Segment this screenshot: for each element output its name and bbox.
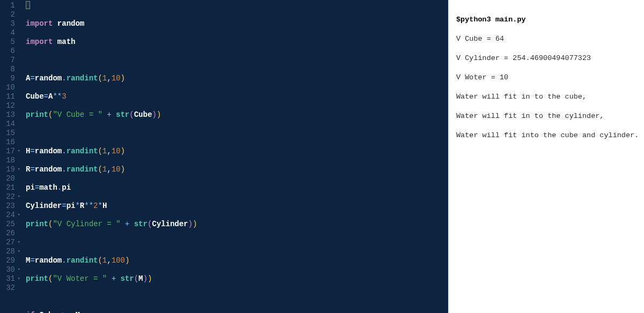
line-number: 31▾ (0, 274, 15, 284)
line-number: 11 (0, 92, 15, 101)
terminal-output-pane[interactable]: $python3 main.py V Cube = 64 V Cylinder … (448, 0, 644, 313)
output-line: Water will fit in to the cube, (456, 92, 639, 102)
line-number: 13 (0, 110, 15, 120)
line-number: 23 (0, 202, 15, 211)
line-number: 5 (0, 38, 15, 47)
line-number: 15 (0, 129, 15, 138)
line-number: 18 (0, 156, 15, 165)
line-number: 7 (0, 56, 15, 65)
line-number: 17▾ (0, 147, 15, 156)
line-number: 16 (0, 138, 15, 147)
code-area[interactable]: import random import math A=random.randi… (19, 0, 448, 313)
line-number: 10 (0, 83, 15, 92)
output-line: V Woter = 10 (456, 73, 639, 83)
line-number: 24▾ (0, 211, 15, 220)
output-line: Water will fit into the cube and cylinde… (456, 131, 639, 140)
output-line: V Cube = 64 (456, 34, 639, 44)
line-number: 3 (0, 19, 15, 28)
line-number: 32 (0, 284, 15, 293)
line-number-gutter: 1234567891011121314151617▾1819▾202122▾23… (0, 0, 19, 313)
line-number: 21 (0, 183, 15, 192)
line-number: 20 (0, 174, 15, 183)
output-line: V Cylinder = 254.46900494077323 (456, 54, 639, 63)
line-number: 12 (0, 101, 15, 110)
line-number: 29 (0, 256, 15, 265)
line-number: 4 (0, 28, 15, 38)
line-number: 19▾ (0, 165, 15, 174)
line-number: 27▾ (0, 238, 15, 247)
line-number: 25 (0, 220, 15, 229)
line-number: 1 (0, 1, 15, 10)
line-number: 22▾ (0, 192, 15, 202)
line-number: 8 (0, 65, 15, 74)
text-cursor (26, 1, 30, 9)
line-number: 14 (0, 120, 15, 129)
line-number: 28▾ (0, 247, 15, 256)
line-number: 9 (0, 74, 15, 83)
output-line: Water will fit in to the cylinder, (456, 111, 639, 121)
line-number: 30▾ (0, 265, 15, 274)
line-number: 6 (0, 47, 15, 56)
line-number: 2 (0, 10, 15, 19)
line-number: 26 (0, 229, 15, 238)
code-editor-pane[interactable]: 1234567891011121314151617▾1819▾202122▾23… (0, 0, 448, 313)
terminal-command: $python3 main.py (456, 15, 639, 25)
